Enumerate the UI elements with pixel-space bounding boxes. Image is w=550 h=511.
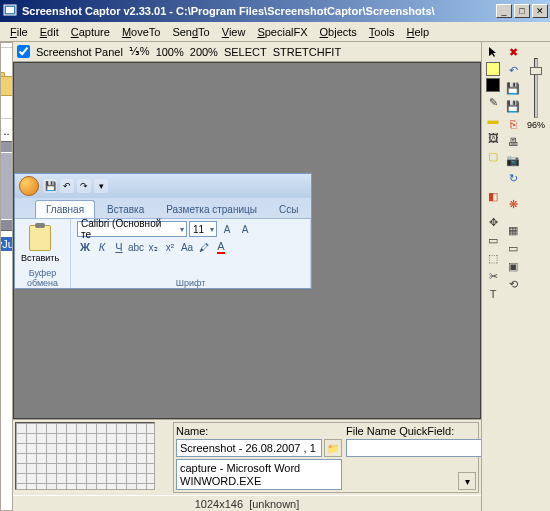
camera-button[interactable]: 📷 [505,152,521,168]
bottom-panel: Zoom Nav Name: 📁 capture - Microsoft Wor… [13,419,481,495]
thumb-label-selected[interactable]: MyJunk [0,237,13,251]
screenshot-panel-label: Screenshot Panel [36,46,123,58]
thumbnail-panel: .. MyJunk [0,42,13,511]
thumb-parent-folder[interactable] [0,47,13,119]
move-tool[interactable]: ✥ [485,214,501,230]
shrink-font-icon: A [237,221,253,237]
paste-label: Вставить [21,253,59,263]
svg-rect-1 [6,7,14,13]
highlight-tool[interactable]: ▬ [485,112,501,128]
save-button[interactable]: 💾 [505,80,521,96]
qat-save-icon: 💾 [43,179,57,193]
slider-thumb[interactable] [530,67,542,75]
sub-icon: x₂ [145,239,161,255]
tool-palette: ✎ ▬ 🖼 ▢ ◧ ✥ ▭ ⬚ ✂ T ✖ ↶ 💾 💾 ⎘ 🖶 📷 ↻ ❋ ▦ [481,42,550,511]
text-tool[interactable]: T [485,286,501,302]
qat-undo-icon: ↶ [60,179,74,193]
rotate-button[interactable]: ⟲ [505,276,521,292]
statusbar: 1024x146 [unknown] [13,495,481,511]
sup-icon: x² [162,239,178,255]
fg-color-swatch[interactable] [486,62,500,76]
zoom-slider[interactable] [534,58,538,118]
name-label: Name: [176,425,342,437]
menu-capture[interactable]: Capture [65,24,116,40]
window-title: Screenshot Captor v2.33.01 - C:\Program … [22,5,496,17]
menu-file[interactable]: File [4,24,34,40]
effects-button[interactable]: ❋ [505,196,521,212]
screenshot-panel-checkbox[interactable] [17,45,30,58]
navigator-grid[interactable] [15,422,155,490]
font-size-combo: 11 [189,221,217,237]
menu-moveto[interactable]: MoveTo [116,24,167,40]
font-name-combo: Calibri (Основной те [77,221,187,237]
image-tool[interactable]: 🖼 [485,130,501,146]
italic-icon: К [94,239,110,255]
status-unknown: [unknown] [249,498,299,510]
quickfield-input[interactable] [346,439,492,457]
case-icon: Aa [179,239,195,255]
zoom-100[interactable]: 100% [156,46,184,58]
maximize-button[interactable]: □ [514,4,530,18]
bg-color-swatch[interactable] [486,78,500,92]
menu-help[interactable]: Help [401,24,436,40]
rect-tool[interactable]: ▭ [485,232,501,248]
app-icon [2,3,18,19]
strike-icon: abc [128,239,144,255]
bold-icon: Ж [77,239,93,255]
screenshot-content: 💾 ↶ ↷ ▾ Главная Вставка Разметка страниц… [14,173,312,289]
menubar: File Edit Capture MoveTo SendTo View Spe… [0,22,550,42]
thumb-label-parent: .. [3,125,9,137]
folder-icon [0,70,13,96]
thumb-myjunk[interactable] [0,141,13,231]
print-button[interactable]: 🖶 [505,134,521,150]
view-toolbar: Screenshot Panel ⅓% 100% 200% SELECT STR… [13,42,481,62]
grid-button[interactable]: ▦ [505,222,521,238]
menu-sendto[interactable]: SendTo [166,24,215,40]
quickfield-label: File Name QuickField: [346,425,476,437]
group-clipboard-label: Буфер обмена [21,268,64,288]
highlight-icon: 🖍 [196,239,212,255]
menu-objects[interactable]: Objects [314,24,363,40]
delete-button[interactable]: ✖ [505,44,521,60]
pen-tool[interactable]: ✎ [485,94,501,110]
menu-view[interactable]: View [216,24,252,40]
frame-tool[interactable]: ▢ [485,148,501,164]
toggle-button[interactable]: ▾ [458,472,476,490]
menu-edit[interactable]: Edit [34,24,65,40]
menu-specialfx[interactable]: SpecialFX [251,24,313,40]
qat-redo-icon: ↷ [77,179,91,193]
saveas-button[interactable]: 💾 [505,98,521,114]
status-dims: 1024x146 [195,498,243,510]
minimize-button[interactable]: _ [496,4,512,18]
qat-down-icon: ▾ [94,179,108,193]
paste-icon [29,225,51,251]
grow-font-icon: A [219,221,235,237]
word-tab-layout: Разметка страницы [156,201,267,218]
word-tab-insert: Вставка [97,201,154,218]
crop-tool[interactable]: ✂ [485,268,501,284]
select-tool[interactable]: ⬚ [485,250,501,266]
mode-stretchfit[interactable]: STRETCHFIT [273,46,341,58]
cube-tool[interactable]: ◧ [485,188,501,204]
name-input[interactable] [176,439,322,457]
word-tab-home: Главная [35,200,95,218]
menu-tools[interactable]: Tools [363,24,401,40]
fontcolor-icon: A [213,239,229,255]
refresh-button[interactable]: ↻ [505,170,521,186]
underline-icon: Ч [111,239,127,255]
office-orb-icon [19,176,39,196]
undo-button[interactable]: ↶ [505,62,521,78]
zoom-200[interactable]: 200% [190,46,218,58]
word-tab-ref: Ссы [269,201,308,218]
zoom-third[interactable]: ⅓% [129,45,150,58]
group-font-label: Шрифт [77,278,304,288]
layer-button[interactable]: ▣ [505,258,521,274]
mode-select[interactable]: SELECT [224,46,267,58]
canvas-workspace[interactable]: 💾 ↶ ↷ ▾ Главная Вставка Разметка страниц… [13,62,481,419]
cursor-tool[interactable] [485,44,501,60]
close-button[interactable]: ✕ [532,4,548,18]
rect2-button[interactable]: ▭ [505,240,521,256]
copy-button[interactable]: ⎘ [505,116,521,132]
name-browse-button[interactable]: 📁 [324,439,342,457]
details-box: capture - Microsoft Word WINWORD.EXE 26.… [176,459,342,490]
